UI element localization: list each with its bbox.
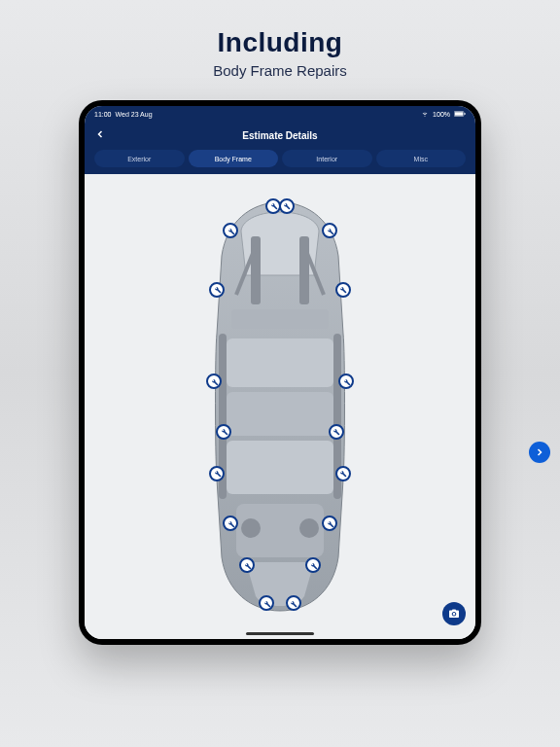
tab-misc[interactable]: Misc	[376, 150, 467, 167]
svg-point-13	[299, 518, 319, 538]
repair-hotspot[interactable]	[335, 282, 351, 298]
screen: 11:00 Wed 23 Aug 100% Estimate Details E…	[85, 106, 475, 639]
svg-rect-7	[231, 309, 329, 329]
tab-body-frame[interactable]: Body Frame	[189, 150, 279, 167]
status-bar: 11:00 Wed 23 Aug 100%	[85, 106, 475, 122]
back-button[interactable]	[94, 127, 106, 143]
content-area	[85, 174, 475, 639]
home-indicator	[246, 632, 314, 635]
battery-icon	[454, 111, 466, 118]
tablet-frame: 11:00 Wed 23 Aug 100% Estimate Details E…	[79, 100, 481, 645]
tabs: ExteriorBody FrameInteriorMisc	[85, 149, 475, 174]
svg-rect-9	[227, 392, 333, 436]
tab-interior[interactable]: Interior	[282, 150, 372, 167]
svg-rect-1	[455, 112, 464, 116]
navbar: Estimate Details	[85, 122, 475, 149]
status-battery: 100%	[433, 111, 450, 118]
status-time: 11:00	[94, 111, 112, 118]
svg-rect-2	[465, 113, 466, 115]
svg-point-12	[241, 518, 261, 538]
camera-button[interactable]	[442, 602, 466, 625]
svg-rect-8	[227, 338, 333, 387]
repair-hotspot[interactable]	[279, 198, 295, 214]
svg-rect-10	[227, 441, 333, 494]
tab-exterior[interactable]: Exterior	[94, 150, 185, 167]
repair-hotspot[interactable]	[209, 282, 225, 298]
repair-hotspot[interactable]	[329, 424, 344, 440]
promo-subtitle: Body Frame Repairs	[213, 62, 347, 79]
page-title: Estimate Details	[242, 130, 317, 141]
promo-title: Including	[213, 27, 347, 58]
repair-hotspot[interactable]	[286, 595, 301, 611]
repair-hotspot[interactable]	[335, 466, 351, 481]
car-frame-diagram	[197, 197, 363, 616]
next-slide-button[interactable]	[529, 442, 550, 463]
car-body-svg	[197, 197, 363, 616]
repair-hotspot[interactable]	[216, 424, 231, 440]
status-date: Wed 23 Aug	[116, 111, 153, 118]
wifi-icon	[421, 110, 429, 119]
